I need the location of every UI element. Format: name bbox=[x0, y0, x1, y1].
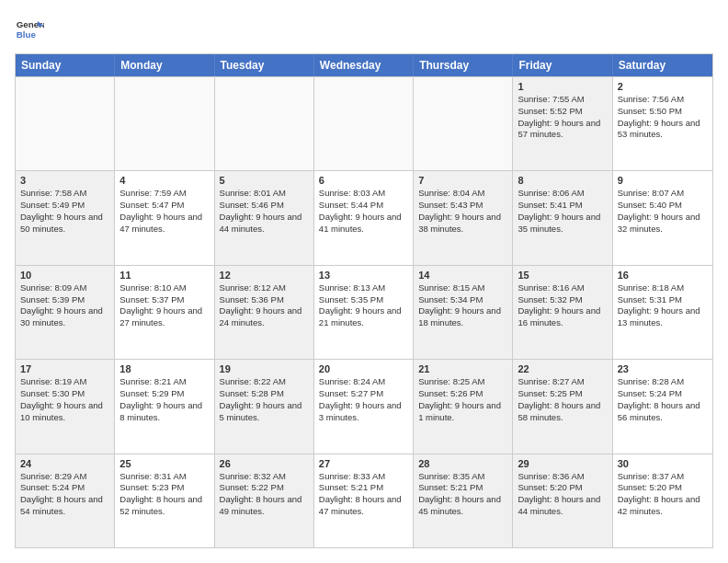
calendar-cell: 10Sunrise: 8:09 AM Sunset: 5:39 PM Dayli… bbox=[16, 266, 115, 359]
cell-info: Sunrise: 8:35 AM Sunset: 5:21 PM Dayligh… bbox=[418, 471, 507, 518]
cell-info: Sunrise: 8:18 AM Sunset: 5:31 PM Dayligh… bbox=[618, 282, 708, 329]
header-day-tuesday: Tuesday bbox=[215, 54, 314, 76]
cell-info: Sunrise: 7:58 AM Sunset: 5:49 PM Dayligh… bbox=[20, 188, 109, 235]
day-number: 6 bbox=[319, 175, 408, 186]
cell-info: Sunrise: 8:03 AM Sunset: 5:44 PM Dayligh… bbox=[319, 188, 408, 235]
cell-info: Sunrise: 8:36 AM Sunset: 5:20 PM Dayligh… bbox=[518, 471, 607, 518]
cell-info: Sunrise: 8:28 AM Sunset: 5:24 PM Dayligh… bbox=[618, 376, 708, 423]
day-number: 29 bbox=[518, 458, 607, 469]
day-number: 15 bbox=[518, 270, 607, 281]
cell-info: Sunrise: 8:15 AM Sunset: 5:34 PM Dayligh… bbox=[418, 282, 507, 329]
calendar-cell: 7Sunrise: 8:04 AM Sunset: 5:43 PM Daylig… bbox=[414, 171, 513, 264]
header-day-thursday: Thursday bbox=[414, 54, 513, 76]
cell-info: Sunrise: 8:04 AM Sunset: 5:43 PM Dayligh… bbox=[418, 188, 507, 235]
day-number: 3 bbox=[20, 175, 109, 186]
svg-text:Blue: Blue bbox=[17, 29, 37, 40]
cell-info: Sunrise: 8:13 AM Sunset: 5:35 PM Dayligh… bbox=[319, 282, 408, 329]
calendar-cell bbox=[314, 77, 414, 170]
calendar: SundayMondayTuesdayWednesdayThursdayFrid… bbox=[15, 53, 713, 548]
calendar-row-3: 17Sunrise: 8:19 AM Sunset: 5:30 PM Dayli… bbox=[16, 359, 712, 453]
cell-info: Sunrise: 8:29 AM Sunset: 5:24 PM Dayligh… bbox=[20, 471, 109, 518]
cell-info: Sunrise: 7:56 AM Sunset: 5:50 PM Dayligh… bbox=[618, 94, 708, 141]
calendar-cell: 18Sunrise: 8:21 AM Sunset: 5:29 PM Dayli… bbox=[115, 360, 214, 453]
calendar-cell: 14Sunrise: 8:15 AM Sunset: 5:34 PM Dayli… bbox=[414, 266, 513, 359]
header-day-friday: Friday bbox=[513, 54, 612, 76]
calendar-cell: 13Sunrise: 8:13 AM Sunset: 5:35 PM Dayli… bbox=[314, 266, 414, 359]
calendar-cell: 1Sunrise: 7:55 AM Sunset: 5:52 PM Daylig… bbox=[513, 77, 612, 170]
calendar-cell: 28Sunrise: 8:35 AM Sunset: 5:21 PM Dayli… bbox=[414, 454, 513, 547]
day-number: 13 bbox=[319, 270, 408, 281]
cell-info: Sunrise: 8:10 AM Sunset: 5:37 PM Dayligh… bbox=[119, 282, 209, 329]
logo: General Blue bbox=[15, 15, 44, 44]
calendar-cell: 23Sunrise: 8:28 AM Sunset: 5:24 PM Dayli… bbox=[613, 360, 712, 453]
calendar-cell: 22Sunrise: 8:27 AM Sunset: 5:25 PM Dayli… bbox=[513, 360, 612, 453]
calendar-cell: 3Sunrise: 7:58 AM Sunset: 5:49 PM Daylig… bbox=[16, 171, 115, 264]
calendar-body: 1Sunrise: 7:55 AM Sunset: 5:52 PM Daylig… bbox=[16, 76, 712, 547]
header-day-monday: Monday bbox=[115, 54, 214, 76]
calendar-cell: 26Sunrise: 8:32 AM Sunset: 5:22 PM Dayli… bbox=[215, 454, 314, 547]
calendar-row-0: 1Sunrise: 7:55 AM Sunset: 5:52 PM Daylig… bbox=[16, 76, 712, 170]
calendar-cell: 15Sunrise: 8:16 AM Sunset: 5:32 PM Dayli… bbox=[513, 266, 612, 359]
cell-info: Sunrise: 8:24 AM Sunset: 5:27 PM Dayligh… bbox=[319, 376, 408, 423]
cell-info: Sunrise: 8:33 AM Sunset: 5:21 PM Dayligh… bbox=[319, 471, 408, 518]
calendar-header: SundayMondayTuesdayWednesdayThursdayFrid… bbox=[16, 54, 712, 76]
cell-info: Sunrise: 7:59 AM Sunset: 5:47 PM Dayligh… bbox=[119, 188, 209, 235]
cell-info: Sunrise: 8:12 AM Sunset: 5:36 PM Dayligh… bbox=[220, 282, 309, 329]
calendar-cell: 5Sunrise: 8:01 AM Sunset: 5:46 PM Daylig… bbox=[215, 171, 314, 264]
cell-info: Sunrise: 8:37 AM Sunset: 5:20 PM Dayligh… bbox=[618, 471, 708, 518]
day-number: 27 bbox=[319, 458, 408, 469]
calendar-cell: 29Sunrise: 8:36 AM Sunset: 5:20 PM Dayli… bbox=[513, 454, 612, 547]
day-number: 18 bbox=[119, 363, 209, 374]
day-number: 14 bbox=[418, 270, 507, 281]
calendar-cell: 16Sunrise: 8:18 AM Sunset: 5:31 PM Dayli… bbox=[613, 266, 712, 359]
day-number: 28 bbox=[418, 458, 507, 469]
calendar-row-1: 3Sunrise: 7:58 AM Sunset: 5:49 PM Daylig… bbox=[16, 170, 712, 264]
cell-info: Sunrise: 8:09 AM Sunset: 5:39 PM Dayligh… bbox=[20, 282, 109, 329]
day-number: 25 bbox=[119, 458, 209, 469]
day-number: 19 bbox=[220, 363, 309, 374]
cell-info: Sunrise: 8:27 AM Sunset: 5:25 PM Dayligh… bbox=[518, 376, 607, 423]
day-number: 16 bbox=[618, 270, 708, 281]
header-day-sunday: Sunday bbox=[16, 54, 115, 76]
cell-info: Sunrise: 8:22 AM Sunset: 5:28 PM Dayligh… bbox=[220, 376, 309, 423]
cell-info: Sunrise: 8:06 AM Sunset: 5:41 PM Dayligh… bbox=[518, 188, 607, 235]
day-number: 10 bbox=[20, 270, 109, 281]
day-number: 30 bbox=[618, 458, 708, 469]
cell-info: Sunrise: 8:21 AM Sunset: 5:29 PM Dayligh… bbox=[119, 376, 209, 423]
calendar-row-4: 24Sunrise: 8:29 AM Sunset: 5:24 PM Dayli… bbox=[16, 454, 712, 547]
day-number: 24 bbox=[20, 458, 109, 469]
calendar-cell: 19Sunrise: 8:22 AM Sunset: 5:28 PM Dayli… bbox=[215, 360, 314, 453]
cell-info: Sunrise: 8:25 AM Sunset: 5:26 PM Dayligh… bbox=[418, 376, 507, 423]
calendar-cell: 12Sunrise: 8:12 AM Sunset: 5:36 PM Dayli… bbox=[215, 266, 314, 359]
calendar-cell bbox=[115, 77, 214, 170]
day-number: 5 bbox=[220, 175, 309, 186]
header: General Blue bbox=[15, 15, 713, 44]
cell-info: Sunrise: 8:31 AM Sunset: 5:23 PM Dayligh… bbox=[119, 471, 209, 518]
calendar-cell: 21Sunrise: 8:25 AM Sunset: 5:26 PM Dayli… bbox=[414, 360, 513, 453]
day-number: 23 bbox=[618, 363, 708, 374]
day-number: 1 bbox=[518, 81, 607, 92]
calendar-cell bbox=[215, 77, 314, 170]
page: General Blue SundayMondayTuesdayWednesda… bbox=[0, 0, 728, 563]
day-number: 4 bbox=[119, 175, 209, 186]
day-number: 9 bbox=[618, 175, 708, 186]
calendar-cell: 17Sunrise: 8:19 AM Sunset: 5:30 PM Dayli… bbox=[16, 360, 115, 453]
day-number: 22 bbox=[518, 363, 607, 374]
day-number: 26 bbox=[220, 458, 309, 469]
calendar-cell: 24Sunrise: 8:29 AM Sunset: 5:24 PM Dayli… bbox=[16, 454, 115, 547]
calendar-cell bbox=[414, 77, 513, 170]
cell-info: Sunrise: 8:32 AM Sunset: 5:22 PM Dayligh… bbox=[220, 471, 309, 518]
day-number: 2 bbox=[618, 81, 708, 92]
cell-info: Sunrise: 8:01 AM Sunset: 5:46 PM Dayligh… bbox=[220, 188, 309, 235]
day-number: 20 bbox=[319, 363, 408, 374]
day-number: 11 bbox=[119, 270, 209, 281]
calendar-cell bbox=[16, 77, 115, 170]
cell-info: Sunrise: 8:19 AM Sunset: 5:30 PM Dayligh… bbox=[20, 376, 109, 423]
header-day-saturday: Saturday bbox=[613, 54, 712, 76]
calendar-row-2: 10Sunrise: 8:09 AM Sunset: 5:39 PM Dayli… bbox=[16, 265, 712, 359]
cell-info: Sunrise: 8:07 AM Sunset: 5:40 PM Dayligh… bbox=[618, 188, 708, 235]
calendar-cell: 25Sunrise: 8:31 AM Sunset: 5:23 PM Dayli… bbox=[115, 454, 214, 547]
day-number: 8 bbox=[518, 175, 607, 186]
logo-icon: General Blue bbox=[15, 15, 44, 44]
day-number: 17 bbox=[20, 363, 109, 374]
